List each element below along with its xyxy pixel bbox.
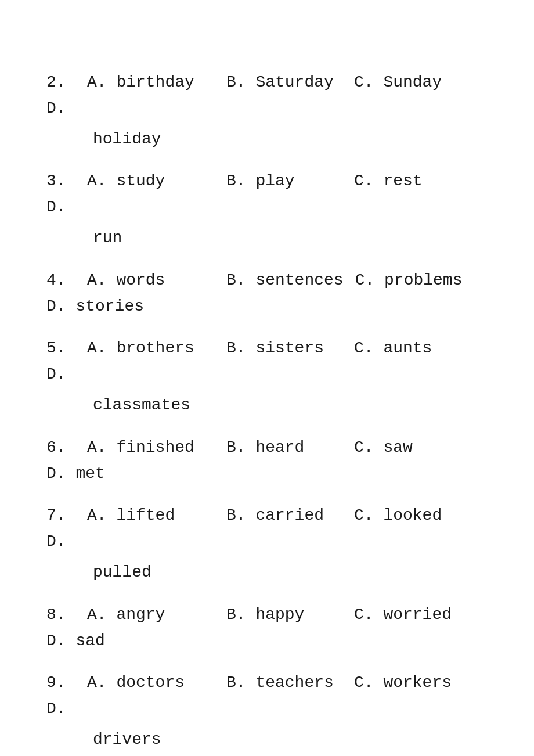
option-d: D. <box>46 362 93 388</box>
question-row-2: 3.A. studyB. playC. restD. <box>46 168 488 221</box>
question-row-6: 7.A. liftedB. carriedC. lookedD. <box>46 503 488 555</box>
option-a: A. brothers <box>87 336 215 362</box>
option-b: B. heard <box>226 435 342 461</box>
option-c: C. aunts <box>354 336 470 362</box>
question-number: 7. <box>46 503 87 529</box>
option-c: C. problems <box>355 268 471 294</box>
option-a: A. finished <box>87 435 215 461</box>
option-d: D. stories <box>46 294 144 320</box>
option-c: C. Sunday <box>354 70 470 96</box>
option-a: A. study <box>87 168 215 195</box>
overflow-text: run <box>46 225 488 251</box>
question-row-5: 6.A. finishedB. heardC. sawD. met <box>46 435 488 487</box>
option-c: C. rest <box>354 168 470 195</box>
option-b: B. Saturday <box>226 70 342 96</box>
question-number: 5. <box>46 336 87 362</box>
option-b: B. teachers <box>226 670 342 696</box>
option-b: B. play <box>226 168 342 195</box>
option-b: B. happy <box>226 602 342 628</box>
option-a: A. angry <box>87 602 215 628</box>
question-row-1: 2.A. birthdayB. SaturdayC. SundayD. <box>46 70 488 122</box>
option-a: A. words <box>87 268 215 294</box>
option-a: A. birthday <box>87 70 215 96</box>
question-number: 8. <box>46 602 87 628</box>
option-d: D. <box>46 696 93 722</box>
overflow-text: drivers <box>46 727 488 753</box>
question-row-8: 9.A. doctorsB. teachersC. workersD. <box>46 670 488 722</box>
question-row-3: 4.A. wordsB. sentencesC. problemsD. stor… <box>46 268 488 320</box>
question-row-7: 8.A. angryB. happyC. worriedD. sad <box>46 602 488 654</box>
option-d: D. sad <box>46 628 105 654</box>
question-row-4: 5.A. brothersB. sistersC. auntsD. <box>46 336 488 388</box>
questions-container: 2.A. birthdayB. SaturdayC. SundayD.holid… <box>46 70 488 756</box>
question-number: 2. <box>46 70 87 96</box>
option-c: C. looked <box>354 503 470 529</box>
question-number: 9. <box>46 670 87 696</box>
option-a: A. lifted <box>87 503 215 529</box>
overflow-text: pulled <box>46 560 488 586</box>
option-c: C. workers <box>354 670 470 696</box>
option-d: D. <box>46 96 93 122</box>
option-d: D. met <box>46 461 105 487</box>
option-d: D. <box>46 529 93 555</box>
option-c: C. worried <box>354 602 470 628</box>
overflow-text: classmates <box>46 393 488 419</box>
option-b: B. sentences <box>226 268 344 294</box>
option-b: B. carried <box>226 503 342 529</box>
option-c: C. saw <box>354 435 470 461</box>
overflow-text: holiday <box>46 127 488 153</box>
option-d: D. <box>46 195 93 221</box>
option-a: A. doctors <box>87 670 215 696</box>
question-number: 6. <box>46 435 87 461</box>
question-number: 4. <box>46 268 87 294</box>
question-number: 3. <box>46 168 87 195</box>
option-b: B. sisters <box>226 336 342 362</box>
